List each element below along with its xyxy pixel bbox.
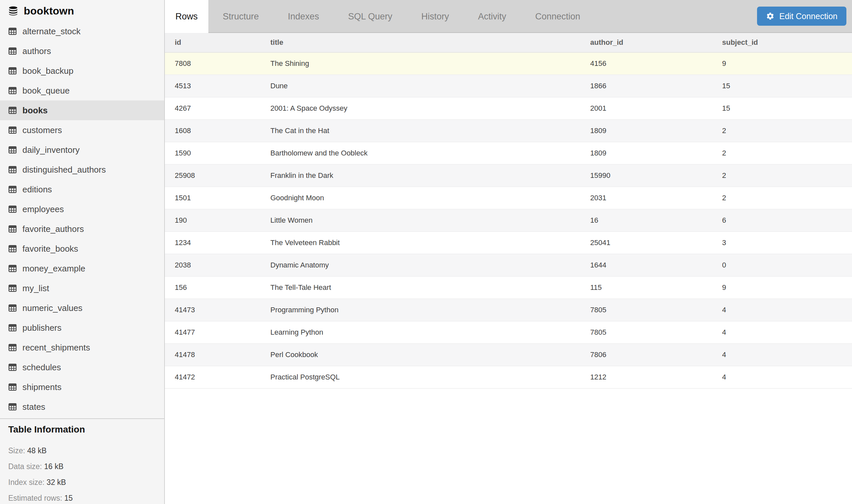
cell-title[interactable]: Learning Python: [260, 322, 580, 343]
cell-id[interactable]: 41478: [165, 344, 260, 366]
cell-title[interactable]: Programming Python: [260, 299, 580, 321]
sidebar-item-employees[interactable]: employees: [0, 199, 164, 219]
cell-author-id[interactable]: 1212: [580, 366, 712, 388]
sidebar-item-my-list[interactable]: my_list: [0, 278, 164, 298]
cell-id[interactable]: 41473: [165, 299, 260, 321]
column-header-id[interactable]: id: [165, 33, 260, 52]
cell-subject-id[interactable]: 2: [712, 165, 852, 186]
table-row[interactable]: 4513Dune186615: [165, 75, 852, 97]
cell-author-id[interactable]: 115: [580, 277, 712, 299]
cell-author-id[interactable]: 2001: [580, 97, 712, 119]
sidebar-item-recent-shipments[interactable]: recent_shipments: [0, 338, 164, 357]
cell-author-id[interactable]: 4156: [580, 53, 712, 74]
tab-structure[interactable]: Structure: [208, 0, 274, 33]
cell-title[interactable]: Goodnight Moon: [260, 187, 580, 209]
cell-id[interactable]: 2038: [165, 254, 260, 276]
cell-title[interactable]: Practical PostgreSQL: [260, 366, 580, 388]
cell-id[interactable]: 41472: [165, 366, 260, 388]
sidebar-item-favorite-authors[interactable]: favorite_authors: [0, 219, 164, 239]
column-header-author-id[interactable]: author_id: [580, 33, 712, 52]
cell-subject-id[interactable]: 2: [712, 120, 852, 142]
cell-subject-id[interactable]: 9: [712, 53, 852, 74]
cell-id[interactable]: 1234: [165, 232, 260, 254]
edit-connection-button[interactable]: Edit Connection: [757, 6, 847, 26]
cell-title[interactable]: Little Women: [260, 210, 580, 231]
cell-author-id[interactable]: 2031: [580, 187, 712, 209]
cell-title[interactable]: The Shining: [260, 53, 580, 74]
cell-title[interactable]: 2001: A Space Odyssey: [260, 97, 580, 119]
table-row[interactable]: 2038Dynamic Anatomy16440: [165, 254, 852, 277]
cell-title[interactable]: Dune: [260, 75, 580, 97]
cell-subject-id[interactable]: 4: [712, 299, 852, 321]
sidebar-item-customers[interactable]: customers: [0, 120, 164, 140]
cell-author-id[interactable]: 7805: [580, 299, 712, 321]
sidebar-item-states[interactable]: states: [0, 397, 164, 417]
cell-title[interactable]: Bartholomew and the Oobleck: [260, 142, 580, 164]
table-row[interactable]: 41473Programming Python78054: [165, 299, 852, 322]
cell-title[interactable]: The Cat in the Hat: [260, 120, 580, 142]
cell-author-id[interactable]: 7805: [580, 322, 712, 343]
table-row[interactable]: 1590Bartholomew and the Oobleck18092: [165, 142, 852, 165]
cell-subject-id[interactable]: 0: [712, 254, 852, 276]
sidebar-item-alternate-stock[interactable]: alternate_stock: [0, 21, 164, 41]
cell-id[interactable]: 25908: [165, 165, 260, 186]
cell-title[interactable]: Dynamic Anatomy: [260, 254, 580, 276]
cell-author-id[interactable]: 1809: [580, 120, 712, 142]
table-row[interactable]: 42672001: A Space Odyssey200115: [165, 97, 852, 120]
cell-id[interactable]: 1501: [165, 187, 260, 209]
cell-title[interactable]: Perl Cookbook: [260, 344, 580, 366]
tab-activity[interactable]: Activity: [464, 0, 521, 33]
table-row[interactable]: 190Little Women166: [165, 210, 852, 232]
cell-subject-id[interactable]: 2: [712, 187, 852, 209]
sidebar-item-schedules[interactable]: schedules: [0, 357, 164, 377]
cell-id[interactable]: 4267: [165, 97, 260, 119]
cell-author-id[interactable]: 7806: [580, 344, 712, 366]
cell-subject-id[interactable]: 2: [712, 142, 852, 164]
tab-connection[interactable]: Connection: [521, 0, 595, 33]
sidebar-item-daily-inventory[interactable]: daily_inventory: [0, 140, 164, 160]
table-row[interactable]: 156The Tell-Tale Heart1159: [165, 277, 852, 299]
sidebar-item-books[interactable]: books: [0, 101, 164, 120]
sidebar-item-authors[interactable]: authors: [0, 41, 164, 61]
cell-author-id[interactable]: 1809: [580, 142, 712, 164]
sidebar-item-publishers[interactable]: publishers: [0, 318, 164, 338]
cell-subject-id[interactable]: 6: [712, 210, 852, 231]
cell-subject-id[interactable]: 4: [712, 366, 852, 388]
sidebar-item-numeric-values[interactable]: numeric_values: [0, 298, 164, 318]
cell-id[interactable]: 7808: [165, 53, 260, 74]
table-row[interactable]: 1501Goodnight Moon20312: [165, 187, 852, 210]
tab-indexes[interactable]: Indexes: [273, 0, 334, 33]
cell-subject-id[interactable]: 3: [712, 232, 852, 254]
column-header-subject-id[interactable]: subject_id: [712, 33, 852, 52]
table-row[interactable]: 41477Learning Python78054: [165, 322, 852, 344]
cell-subject-id[interactable]: 4: [712, 344, 852, 366]
column-header-title[interactable]: title: [260, 33, 580, 52]
sidebar-item-book-backup[interactable]: book_backup: [0, 61, 164, 81]
cell-title[interactable]: The Velveteen Rabbit: [260, 232, 580, 254]
cell-id[interactable]: 4513: [165, 75, 260, 97]
sidebar-item-favorite-books[interactable]: favorite_books: [0, 239, 164, 258]
sidebar-item-money-example[interactable]: money_example: [0, 258, 164, 278]
database-header[interactable]: booktown: [0, 0, 164, 22]
tab-rows[interactable]: Rows: [165, 0, 208, 33]
tab-history[interactable]: History: [407, 0, 464, 33]
cell-subject-id[interactable]: 4: [712, 322, 852, 343]
cell-id[interactable]: 156: [165, 277, 260, 299]
table-row[interactable]: 1234The Velveteen Rabbit250413: [165, 232, 852, 254]
table-row[interactable]: 1608The Cat in the Hat18092: [165, 120, 852, 142]
tab-sql-query[interactable]: SQL Query: [334, 0, 407, 33]
cell-title[interactable]: The Tell-Tale Heart: [260, 277, 580, 299]
table-row[interactable]: 7808The Shining41569: [165, 53, 852, 75]
cell-author-id[interactable]: 1866: [580, 75, 712, 97]
sidebar-item-distinguished-authors[interactable]: distinguished_authors: [0, 160, 164, 180]
cell-subject-id[interactable]: 15: [712, 75, 852, 97]
table-row[interactable]: 41478Perl Cookbook78064: [165, 344, 852, 366]
cell-author-id[interactable]: 1644: [580, 254, 712, 276]
cell-id[interactable]: 41477: [165, 322, 260, 343]
table-row[interactable]: 25908Franklin in the Dark159902: [165, 165, 852, 187]
cell-author-id[interactable]: 16: [580, 210, 712, 231]
cell-id[interactable]: 1608: [165, 120, 260, 142]
cell-author-id[interactable]: 15990: [580, 165, 712, 186]
cell-id[interactable]: 190: [165, 210, 260, 231]
cell-title[interactable]: Franklin in the Dark: [260, 165, 580, 186]
